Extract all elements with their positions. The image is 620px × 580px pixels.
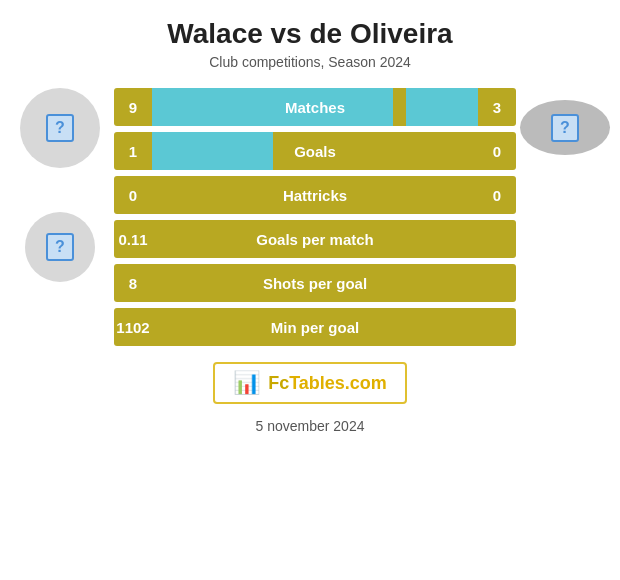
page-subtitle: Club competitions, Season 2024 — [209, 54, 411, 70]
stat-matches-right: 3 — [478, 99, 516, 116]
page-title: Walace vs de Oliveira — [167, 18, 452, 50]
stat-mpg-label: Min per goal — [152, 319, 478, 336]
right-avatar-top: ? — [520, 100, 610, 155]
stat-hattricks-label: Hattricks — [152, 187, 478, 204]
stat-goals-label: Goals — [152, 143, 478, 160]
logo-fc: Fc — [268, 373, 289, 393]
stat-row-shots-per-goal: 8 Shots per goal — [114, 264, 516, 302]
right-avatar-question-icon: ? — [551, 114, 579, 142]
stat-goals-right: 0 — [478, 143, 516, 160]
logo-chart-icon: 📊 — [233, 370, 260, 396]
left-avatar-top: ? — [20, 88, 100, 168]
stat-gpm-label: Goals per match — [152, 231, 478, 248]
date-text: 5 november 2024 — [256, 418, 365, 434]
stat-matches-label: Matches — [152, 99, 478, 116]
stat-row-goals-per-match: 0.11 Goals per match — [114, 220, 516, 258]
stat-row-min-per-goal: 1102 Min per goal — [114, 308, 516, 346]
left-avatar-bottom-question-icon: ? — [46, 233, 74, 261]
stat-hattricks-right: 0 — [478, 187, 516, 204]
stat-gpm-left: 0.11 — [114, 231, 152, 248]
left-avatar-question-icon: ? — [46, 114, 74, 142]
logo-area: 📊 FcTables.com — [213, 362, 407, 404]
stats-area: 9 Matches 3 1 Goals 0 0 Hattricks 0 0.11… — [110, 88, 520, 346]
stat-row-hattricks: 0 Hattricks 0 — [114, 176, 516, 214]
stat-spg-left: 8 — [114, 275, 152, 292]
logo-tables: Tables.com — [289, 373, 387, 393]
stat-matches-left: 9 — [114, 99, 152, 116]
stat-goals-left: 1 — [114, 143, 152, 160]
stat-hattricks-left: 0 — [114, 187, 152, 204]
stat-spg-label: Shots per goal — [152, 275, 478, 292]
logo-box: 📊 FcTables.com — [213, 362, 407, 404]
left-avatar-bottom: ? — [25, 212, 95, 282]
stat-mpg-left: 1102 — [114, 319, 152, 336]
stat-row-goals: 1 Goals 0 — [114, 132, 516, 170]
stat-row-matches: 9 Matches 3 — [114, 88, 516, 126]
logo-text: FcTables.com — [268, 373, 387, 394]
